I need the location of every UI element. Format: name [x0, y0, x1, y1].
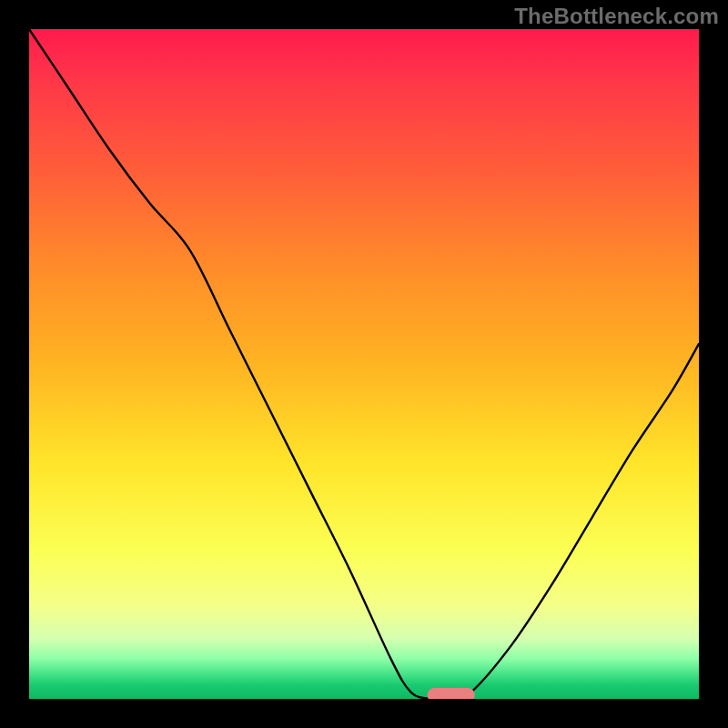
watermark-text: TheBottleneck.com: [514, 4, 719, 29]
chart-svg: [29, 29, 699, 699]
optimal-marker: [428, 688, 475, 699]
chart-frame: TheBottleneck.com: [0, 0, 728, 728]
bottleneck-curve: [29, 29, 699, 699]
chart-plot-area: [29, 29, 699, 699]
